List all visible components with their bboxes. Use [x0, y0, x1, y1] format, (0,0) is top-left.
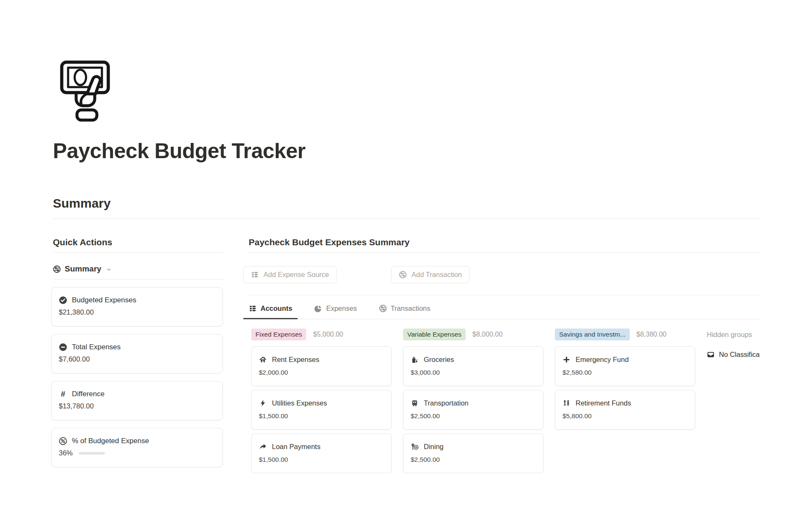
- board-column-hidden-groups: Hidden groups No Classification: [707, 329, 760, 473]
- no-classification-item[interactable]: No Classification: [707, 351, 760, 359]
- card-value: $3,000.00: [411, 369, 535, 376]
- check-circle-icon: [59, 296, 67, 304]
- column-total: $8,000.00: [472, 331, 502, 338]
- card-value: $5,800.00: [562, 412, 687, 420]
- board-card-emergency-fund[interactable]: Emergency Fund $2,580.00: [555, 346, 695, 386]
- plus-icon: [562, 356, 571, 364]
- card-title: Rent Expenses: [272, 356, 319, 364]
- board-card-groceries[interactable]: Groceries $3,000.00: [403, 346, 543, 386]
- column-total: $5,000.00: [313, 331, 343, 338]
- board-card-loan-payments[interactable]: Loan Payments $1,500.00: [251, 433, 392, 473]
- card-value: $2,500.00: [411, 412, 535, 420]
- view-tabs: Accounts Expenses Transactions: [243, 299, 760, 319]
- percent-circle-icon: [59, 437, 67, 445]
- button-label: Add Transaction: [411, 271, 462, 279]
- divider: [53, 252, 223, 253]
- divider: [53, 279, 223, 280]
- column-badge[interactable]: Variable Expenses: [403, 329, 466, 340]
- quick-actions-panel: Quick Actions Summary Budgeted Expenses …: [51, 235, 223, 467]
- summary-card-budgeted-expenses[interactable]: Budgeted Expenses $21,380.00: [51, 287, 223, 326]
- card-value: 36%: [59, 449, 73, 457]
- expenses-summary-heading: Paycheck Budget Expenses Summary: [249, 237, 760, 247]
- board-card-retirement-funds[interactable]: Retirement Funds $5,800.00: [555, 390, 695, 430]
- board-column-variable-expenses: Variable Expenses $8,000.00: [403, 329, 543, 473]
- card-title: Utilities Expenses: [272, 399, 327, 407]
- expenses-summary-panel: Paycheck Budget Expenses Summary Add Exp…: [249, 235, 760, 473]
- tab-label: Transactions: [391, 304, 431, 312]
- board-card-rent-expenses[interactable]: Rent Expenses $2,000.00: [251, 346, 392, 386]
- chevron-down-icon: [106, 266, 112, 273]
- board-card-dining[interactable]: Dining $2,500.00: [403, 433, 543, 473]
- tab-label: Accounts: [261, 304, 292, 312]
- summary-section-heading: Summary: [53, 196, 111, 211]
- swap-circle-icon: [379, 304, 387, 312]
- card-title: Transportation: [424, 399, 469, 407]
- table-rows-icon: [249, 304, 257, 312]
- hidden-groups-label[interactable]: Hidden groups: [707, 331, 752, 339]
- card-value: $1,500.00: [259, 412, 384, 420]
- card-title: Difference: [72, 390, 104, 398]
- swap-circle-icon: [399, 271, 407, 279]
- family-icon: [562, 399, 571, 407]
- swap-circle-icon: [53, 265, 61, 273]
- divider: [249, 295, 760, 295]
- add-transaction-button[interactable]: Add Transaction: [391, 266, 469, 283]
- quick-actions-heading: Quick Actions: [53, 237, 223, 247]
- card-title: Retirement Funds: [576, 399, 631, 407]
- card-title: Emergency Fund: [576, 356, 629, 364]
- pie-chart-icon: [314, 304, 322, 312]
- add-expense-source-button[interactable]: Add Expense Source: [243, 266, 337, 283]
- button-label: Add Expense Source: [263, 271, 329, 279]
- card-value: $1,500.00: [259, 456, 384, 463]
- summary-card-percent-budgeted[interactable]: % of Budgeted Expense 36%: [51, 428, 223, 467]
- no-classification-label: No Classification: [719, 351, 760, 359]
- hash-icon: #: [59, 390, 67, 398]
- accounts-board: Fixed Expenses $5,000.00 Rent Expenses: [251, 329, 760, 473]
- share-arrow-icon: [259, 443, 267, 451]
- summary-card-total-expenses[interactable]: Total Expenses $7,600.00: [51, 334, 223, 373]
- summary-divider: [53, 219, 760, 219]
- table-rows-icon: [251, 271, 259, 279]
- card-value: $2,000.00: [259, 369, 384, 376]
- board-card-transportation[interactable]: Transportation $2,500.00: [403, 390, 543, 430]
- view-selector[interactable]: Summary: [53, 263, 223, 275]
- tab-label: Expenses: [326, 304, 357, 312]
- card-value: $21,380.00: [59, 308, 214, 316]
- board-column-savings-investments: Savings and Investm... $8,380.00 Emergen…: [555, 329, 695, 473]
- grocery-bag-icon: [411, 356, 419, 364]
- tab-accounts[interactable]: Accounts: [243, 299, 298, 319]
- progress-bar: [79, 452, 105, 455]
- card-value: $7,600.00: [59, 355, 214, 363]
- card-value: $2,500.00: [411, 456, 535, 463]
- card-title: Loan Payments: [272, 443, 321, 451]
- summary-card-difference[interactable]: # Difference $13,780.00: [51, 381, 223, 420]
- dining-icon: [411, 443, 419, 451]
- column-total: $8,380.00: [636, 331, 667, 338]
- card-title: Dining: [424, 443, 444, 451]
- house-icon: [259, 356, 267, 364]
- column-badge[interactable]: Fixed Expenses: [251, 329, 306, 340]
- minus-circle-icon: [59, 343, 67, 351]
- card-value: $2,580.00: [562, 369, 687, 376]
- column-badge[interactable]: Savings and Investm...: [555, 329, 630, 340]
- inbox-icon: [707, 351, 715, 359]
- card-title: Budgeted Expenses: [72, 296, 136, 304]
- board-card-utilities-expenses[interactable]: Utilities Expenses $1,500.00: [251, 390, 392, 430]
- money-in-hand-icon[interactable]: [60, 60, 110, 123]
- tab-transactions[interactable]: Transactions: [373, 299, 436, 319]
- bolt-icon: [259, 399, 267, 407]
- tab-expenses[interactable]: Expenses: [309, 299, 362, 319]
- card-value: $13,780.00: [59, 402, 214, 410]
- card-title: Groceries: [424, 356, 454, 364]
- bus-icon: [411, 399, 419, 407]
- view-selector-label: Summary: [65, 264, 102, 274]
- divider: [249, 252, 760, 253]
- board-column-fixed-expenses: Fixed Expenses $5,000.00 Rent Expenses: [251, 329, 392, 473]
- page-title: Paycheck Budget Tracker: [53, 139, 305, 163]
- card-title: Total Expenses: [72, 343, 121, 351]
- card-title: % of Budgeted Expense: [72, 437, 149, 445]
